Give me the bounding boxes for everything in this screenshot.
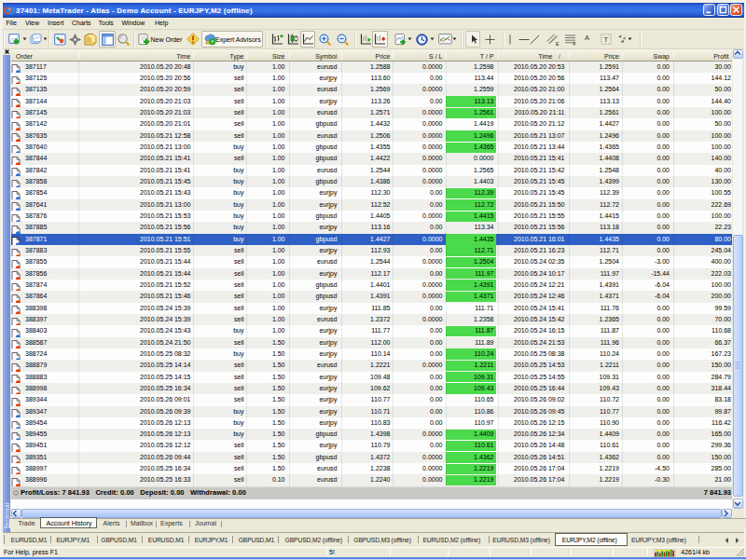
- svg-text:F: F: [573, 41, 576, 46]
- svg-text:T: T: [603, 35, 608, 44]
- svg-text:E: E: [556, 40, 560, 46]
